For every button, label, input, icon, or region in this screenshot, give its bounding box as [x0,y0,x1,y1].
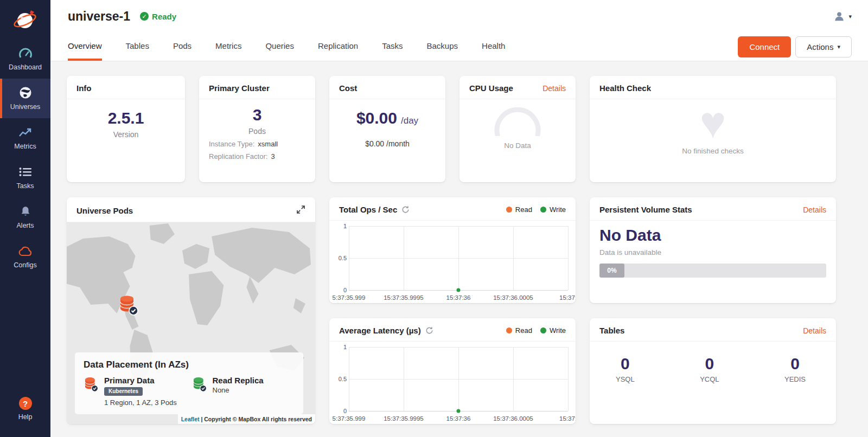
kubernetes-badge: Kubernetes [104,387,143,396]
instance-type-value: xsmall [258,140,278,148]
tab-tables[interactable]: Tables [126,33,149,61]
card-title: Persistent Volume Stats [599,205,692,214]
connect-button[interactable]: Connect [738,36,791,57]
universes-globe-icon [1,86,49,100]
x-tick: 5:37:35.999 [333,294,366,301]
x-tick: 15:37:36 [446,415,471,422]
yugabyte-logo[interactable] [0,0,50,39]
primary-database-icon [84,376,99,393]
tab-backups[interactable]: Backups [427,33,458,61]
sidebar-nav: Dashboard Universes Metrics Tasks [0,39,50,277]
yedis-count: 0 [784,355,806,373]
tab-tasks[interactable]: Tasks [382,33,403,61]
leaflet-link[interactable]: Leaflet [181,416,200,422]
app-root: Dashboard Universes Metrics Tasks [0,0,868,437]
status-badge: ✓ Ready [140,12,176,21]
write-legend-label: Write [550,205,566,214]
sidebar-item-configs[interactable]: Configs [0,237,50,277]
sidebar-item-label: Tasks [17,182,34,190]
y-tick: 0.5 [331,255,347,261]
tab-health[interactable]: Health [482,33,505,61]
write-legend-dot [540,207,546,213]
ysql-label: YSQL [616,375,635,383]
tables-details-link[interactable]: Details [803,326,826,335]
chevron-down-icon: ▾ [837,43,840,50]
x-tick: 15:37:36.0005 [493,294,533,301]
card-title: Info [76,83,92,93]
x-tick: 15:37: [559,294,576,301]
x-tick: 15:37:35.9995 [384,415,424,422]
tables-card: Tables Details 0 YSQL 0 YCQL 0 [590,318,836,424]
volume-percent-chip: 0% [599,264,624,278]
read-replica-detail: None [213,386,264,394]
x-tick: 15:37: [559,415,576,422]
tab-overview[interactable]: Overview [68,33,102,61]
sidebar-item-alerts[interactable]: Alerts [0,197,50,237]
ysql-count-block: 0 YSQL [616,355,635,424]
tab-pods[interactable]: Pods [173,33,192,61]
alerts-bell-icon [1,204,49,218]
read-legend-dot [506,207,512,213]
tasks-list-icon [1,165,49,179]
ycql-count-block: 0 YCQL [700,355,719,424]
y-tick: 0.5 [331,376,347,382]
actions-button[interactable]: Actions▾ [795,36,852,57]
x-tick: 15:37:36.0005 [493,415,533,422]
expand-icon[interactable] [296,205,305,216]
overview-content: Info 2.5.1 Version Primary Cluster 3 Pod… [50,61,868,437]
primary-cluster-map-marker[interactable] [118,294,139,319]
replication-factor-label: Replication Factor: [209,152,267,160]
sidebar-item-universes[interactable]: Universes [0,79,50,118]
volume-details-link[interactable]: Details [803,205,826,214]
volume-usage-bar: 0% [599,264,826,278]
read-replica-block: Read Replica None [192,376,295,407]
sidebar-item-label: Help [18,413,33,421]
universe-title: universe-1 [68,9,130,24]
read-legend-label: Read [515,205,532,214]
y-tick: 0 [331,408,347,414]
average-latency-chart-card: Average Latency (µs) Read Write [329,318,576,424]
ycql-label: YCQL [700,375,719,383]
read-replica-label: Read Replica [213,376,264,385]
version-value: 2.5.1 [108,109,144,127]
sidebar-item-label: Metrics [14,143,36,150]
cpu-no-data: No Data [504,142,531,150]
tab-replication[interactable]: Replication [318,33,358,61]
health-check-card: Health Check ♥ No finished checks [590,76,836,182]
universe-tabbar: Overview Tables Pods Metrics Queries Rep… [50,33,868,61]
chart-title: Total Ops / Sec [339,205,397,214]
sidebar-item-help[interactable]: ? Help [0,390,50,428]
sidebar-item-dashboard[interactable]: Dashboard [0,39,50,79]
total-ops-chart-card: Total Ops / Sec Read Write [329,197,576,303]
card-title: Universe Pods [76,206,133,215]
sidebar-item-metrics[interactable]: Metrics [0,118,50,158]
x-tick: 5:37:35.999 [333,415,366,422]
user-avatar-icon [833,10,845,22]
cpu-gauge-icon [492,107,544,136]
sidebar-item-tasks[interactable]: Tasks [0,158,50,197]
attribution-text: | Copyright © MapBox All rights reserved [201,416,312,422]
cost-per-month: $0.00 /month [365,139,410,148]
replication-factor-value: 3 [271,152,275,160]
chart-legend: Read Write [506,326,566,335]
universe-header: universe-1 ✓ Ready ▾ [50,0,868,33]
read-legend-label: Read [515,326,532,335]
tab-queries[interactable]: Queries [265,33,294,61]
refresh-icon[interactable] [401,205,410,214]
cpu-details-link[interactable]: Details [542,84,566,93]
volume-no-data: No Data [599,226,826,245]
user-menu[interactable]: ▾ [833,10,852,22]
x-tick: 15:37:35.9995 [384,294,424,301]
pods-count: 3 [253,106,262,124]
tab-metrics[interactable]: Metrics [215,33,241,61]
y-tick: 0 [331,287,347,293]
heart-icon: ♥ [700,104,726,142]
sidebar-item-label: Universes [10,103,41,111]
y-tick: 1 [331,344,347,350]
write-legend-label: Write [550,326,566,335]
card-title: Primary Cluster [209,83,270,93]
cost-per-day-unit: /day [401,115,418,126]
refresh-icon[interactable] [425,326,433,335]
world-map[interactable]: Data Placement (In AZs) [67,222,315,424]
universe-pods-card: Universe Pods [67,197,315,424]
